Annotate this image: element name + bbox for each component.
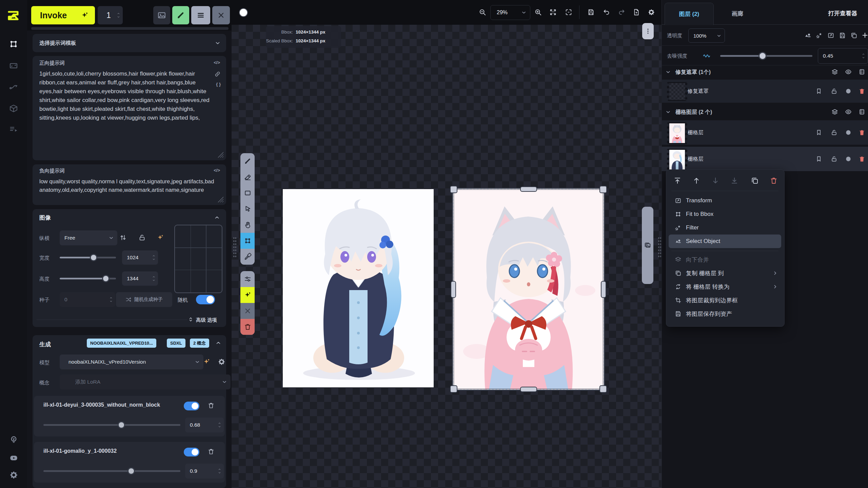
- advanced-options-label[interactable]: 高级 选项: [196, 317, 217, 323]
- trash-icon[interactable]: [859, 129, 865, 136]
- increment-icon[interactable]: [117, 12, 120, 15]
- negative-prompt-text[interactable]: low quality,worst quality,norma l qualit…: [39, 177, 216, 194]
- height-slider[interactable]: [60, 274, 116, 283]
- positive-prompt-text[interactable]: 1girl,solo,cute,loli,cherry blossoms,hai…: [39, 69, 212, 122]
- transform-icon[interactable]: [827, 32, 834, 39]
- apply-staging-button[interactable]: [240, 287, 255, 303]
- bbox-handle-top-left[interactable]: [450, 186, 457, 193]
- trash-icon[interactable]: [859, 156, 865, 162]
- whats-new-icon[interactable]: [9, 435, 18, 444]
- bookmark-icon[interactable]: [815, 88, 822, 95]
- invoke-button[interactable]: Invoke: [31, 6, 95, 24]
- move-to-top-icon[interactable]: [673, 177, 682, 185]
- discard-button[interactable]: [240, 303, 255, 319]
- menu-item-fit-to-bbox[interactable]: Fit to Bbox: [666, 207, 784, 221]
- bbox-handle-left[interactable]: [451, 281, 456, 298]
- brush-mode-button[interactable]: [172, 6, 189, 24]
- increment-icon[interactable]: [862, 53, 865, 56]
- random-seed-button[interactable]: 随机生成种子: [116, 292, 172, 307]
- add-layer-icon[interactable]: [861, 32, 868, 39]
- braces-icon[interactable]: { }: [216, 82, 221, 87]
- bbox-handle-bottom-right[interactable]: [599, 385, 607, 393]
- menu-button[interactable]: [191, 6, 210, 24]
- fit-to-view-icon[interactable]: [549, 8, 557, 16]
- code-icon[interactable]: </>: [214, 168, 220, 173]
- decrement-icon[interactable]: [862, 56, 865, 59]
- canvas-options-button[interactable]: [240, 271, 255, 287]
- swap-dimensions-icon[interactable]: [119, 234, 127, 241]
- layer-color-dot[interactable]: [845, 129, 852, 136]
- menu-item-select-object[interactable]: Select Object: [666, 235, 784, 248]
- trash-icon[interactable]: [859, 88, 865, 95]
- trash-icon[interactable]: [208, 402, 215, 409]
- filter-icon[interactable]: [816, 32, 823, 39]
- increment-icon[interactable]: [109, 297, 113, 300]
- raster-layer-image-blue[interactable]: [283, 189, 434, 387]
- eraser-tool[interactable]: [240, 169, 255, 185]
- code-icon[interactable]: </>: [214, 60, 220, 65]
- bbox-handle-right[interactable]: [601, 281, 606, 298]
- image-mode-button[interactable]: [153, 6, 170, 24]
- redo-icon[interactable]: [618, 8, 625, 16]
- upscaling-tab-icon[interactable]: [9, 61, 18, 70]
- denoise-wave-icon[interactable]: [699, 52, 714, 60]
- resize-grip[interactable]: [218, 197, 223, 202]
- queue-tab-icon[interactable]: [9, 125, 18, 134]
- lora-enabled-toggle[interactable]: [184, 448, 199, 456]
- decrement-icon[interactable]: [152, 258, 156, 261]
- rectangle-tool[interactable]: [240, 185, 255, 201]
- unlock-icon[interactable]: [831, 156, 837, 162]
- seed-input[interactable]: 0: [60, 292, 115, 307]
- collapse-group-icon[interactable]: [665, 69, 671, 75]
- menu-item-transform[interactable]: Transform: [666, 194, 784, 207]
- merge-layers-icon[interactable]: [831, 68, 838, 75]
- layers-tab[interactable]: 图层 (2): [665, 3, 714, 25]
- model-settings-icon[interactable]: [218, 358, 225, 366]
- negative-prompt-box[interactable]: 负向提示词 </> low quality,worst quality,norm…: [33, 164, 226, 205]
- menu-item-save-to-assets[interactable]: 将图层保存到资产: [666, 307, 784, 321]
- layer-row-raster-1[interactable]: 栅格层: [662, 120, 868, 145]
- group-bbox-icon[interactable]: [859, 108, 865, 115]
- denoise-input[interactable]: 0.45: [818, 48, 868, 64]
- move-tool[interactable]: [240, 201, 255, 217]
- lora-enabled-toggle[interactable]: [184, 402, 199, 410]
- visibility-icon[interactable]: [845, 108, 852, 115]
- layer-color-dot[interactable]: [845, 88, 852, 95]
- canvas-tab-icon[interactable]: [9, 39, 18, 49]
- gallery-tab[interactable]: 画廊: [719, 3, 756, 25]
- height-input[interactable]: 1344: [122, 271, 158, 286]
- settings-icon[interactable]: [9, 470, 18, 480]
- lora-weight-slider[interactable]: [43, 421, 180, 429]
- raster-layer-image-pink[interactable]: [453, 189, 604, 390]
- layer-color-dot[interactable]: [845, 156, 852, 162]
- model-select[interactable]: noobaiXLNAIXL_vPred10Version: [60, 354, 203, 369]
- save-canvas-icon[interactable]: [587, 8, 595, 16]
- lora-weight-input[interactable]: 0.68: [185, 418, 224, 432]
- link-icon[interactable]: [214, 71, 221, 77]
- denoise-slider[interactable]: [720, 52, 812, 60]
- zoom-in-icon[interactable]: [534, 8, 542, 16]
- model-sparkle-icon[interactable]: [203, 358, 211, 366]
- menu-item-filter[interactable]: Filter: [666, 221, 784, 235]
- unlock-icon[interactable]: [831, 88, 837, 95]
- video-tutorials-icon[interactable]: [9, 453, 18, 463]
- bbox-handle-top[interactable]: [520, 186, 537, 192]
- increment-icon[interactable]: [218, 468, 221, 471]
- add-lora-select[interactable]: 添加 LoRA: [60, 374, 231, 389]
- positive-prompt-box[interactable]: 正向提示词 </> { } 1girl,solo,cute,loli,cherr…: [33, 56, 226, 160]
- undo-icon[interactable]: [603, 8, 610, 16]
- menu-item-crop-to-bbox[interactable]: 将图层裁剪到边界框: [666, 293, 784, 307]
- visibility-icon[interactable]: [845, 68, 852, 75]
- increment-icon[interactable]: [152, 276, 156, 279]
- open-viewer-button[interactable]: 打开查看器: [828, 9, 857, 17]
- move-up-icon[interactable]: [692, 177, 701, 185]
- bbox-handle-top-right[interactable]: [599, 186, 607, 193]
- bbox-handle-bottom-left[interactable]: [450, 385, 457, 393]
- unlock-icon[interactable]: [831, 129, 837, 136]
- zoom-level-select[interactable]: 29%: [490, 5, 530, 20]
- models-tab-icon[interactable]: [9, 104, 18, 113]
- brush-tool[interactable]: [240, 153, 255, 169]
- opacity-select[interactable]: 100%: [688, 28, 725, 43]
- bookmark-icon[interactable]: [815, 156, 822, 162]
- menu-item-merge-down[interactable]: 向下合并: [666, 253, 784, 266]
